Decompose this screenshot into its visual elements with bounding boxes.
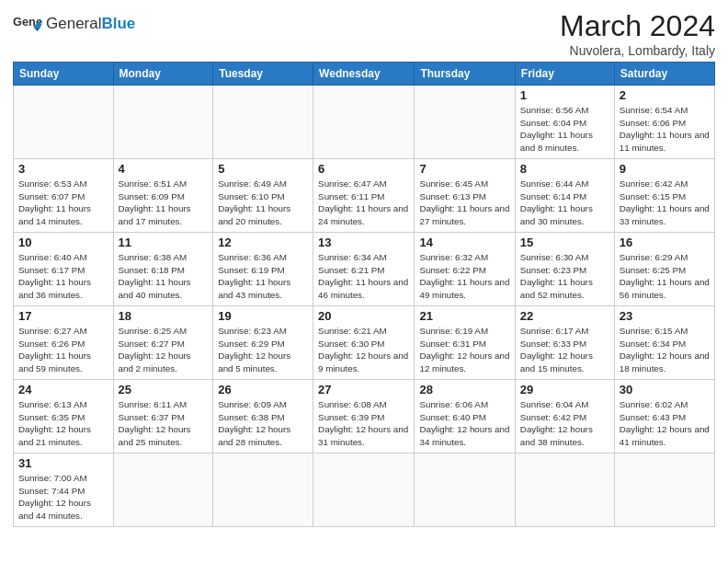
week-row-0: 1Sunrise: 6:56 AM Sunset: 6:04 PM Daylig… bbox=[14, 86, 715, 159]
header: General GeneralBlue March 2024 Nuvolera,… bbox=[13, 9, 715, 58]
day-info: Sunrise: 6:02 AM Sunset: 6:43 PM Dayligh… bbox=[620, 398, 710, 449]
day-info: Sunrise: 6:40 AM Sunset: 6:17 PM Dayligh… bbox=[18, 251, 108, 302]
month-year: March 2024 bbox=[560, 9, 715, 43]
day-info: Sunrise: 6:06 AM Sunset: 6:40 PM Dayligh… bbox=[419, 398, 509, 449]
weekday-header-friday: Friday bbox=[515, 63, 614, 86]
calendar-cell bbox=[415, 454, 515, 527]
calendar-cell bbox=[213, 454, 313, 527]
page: General GeneralBlue March 2024 Nuvolera,… bbox=[0, 0, 728, 534]
day-number: 16 bbox=[620, 236, 710, 249]
calendar-cell: 21Sunrise: 6:19 AM Sunset: 6:31 PM Dayli… bbox=[415, 306, 515, 380]
calendar-cell: 23Sunrise: 6:15 AM Sunset: 6:34 PM Dayli… bbox=[614, 306, 714, 380]
calendar: SundayMondayTuesdayWednesdayThursdayFrid… bbox=[13, 62, 715, 527]
day-number: 8 bbox=[520, 162, 609, 176]
calendar-cell bbox=[213, 86, 313, 159]
calendar-cell: 5Sunrise: 6:49 AM Sunset: 6:10 PM Daylig… bbox=[213, 159, 313, 233]
day-info: Sunrise: 6:36 AM Sunset: 6:19 PM Dayligh… bbox=[218, 251, 308, 302]
day-info: Sunrise: 6:08 AM Sunset: 6:39 PM Dayligh… bbox=[318, 398, 409, 449]
day-number: 3 bbox=[18, 162, 108, 176]
calendar-cell: 30Sunrise: 6:02 AM Sunset: 6:43 PM Dayli… bbox=[614, 380, 714, 454]
calendar-cell bbox=[113, 86, 213, 159]
day-number: 9 bbox=[620, 162, 710, 176]
day-info: Sunrise: 6:54 AM Sunset: 6:06 PM Dayligh… bbox=[620, 104, 710, 155]
calendar-cell: 29Sunrise: 6:04 AM Sunset: 6:42 PM Dayli… bbox=[515, 380, 614, 454]
calendar-cell: 13Sunrise: 6:34 AM Sunset: 6:21 PM Dayli… bbox=[313, 233, 415, 306]
day-number: 19 bbox=[218, 309, 308, 323]
calendar-cell bbox=[614, 454, 714, 527]
day-info: Sunrise: 6:23 AM Sunset: 6:29 PM Dayligh… bbox=[218, 325, 308, 375]
day-number: 26 bbox=[218, 383, 308, 396]
calendar-cell: 3Sunrise: 6:53 AM Sunset: 6:07 PM Daylig… bbox=[14, 159, 114, 233]
weekday-header-wednesday: Wednesday bbox=[313, 63, 415, 86]
day-number: 22 bbox=[520, 309, 609, 323]
day-info: Sunrise: 6:45 AM Sunset: 6:13 PM Dayligh… bbox=[419, 178, 509, 228]
day-info: Sunrise: 6:27 AM Sunset: 6:26 PM Dayligh… bbox=[18, 325, 108, 375]
day-info: Sunrise: 6:42 AM Sunset: 6:15 PM Dayligh… bbox=[620, 178, 710, 228]
day-info: Sunrise: 6:25 AM Sunset: 6:27 PM Dayligh… bbox=[119, 325, 209, 375]
calendar-cell: 26Sunrise: 6:09 AM Sunset: 6:38 PM Dayli… bbox=[213, 380, 313, 454]
day-number: 25 bbox=[119, 383, 209, 396]
calendar-cell bbox=[113, 454, 213, 527]
day-info: Sunrise: 6:11 AM Sunset: 6:37 PM Dayligh… bbox=[119, 398, 209, 449]
weekday-header-row: SundayMondayTuesdayWednesdayThursdayFrid… bbox=[14, 63, 715, 86]
day-info: Sunrise: 6:51 AM Sunset: 6:09 PM Dayligh… bbox=[119, 178, 209, 228]
calendar-cell: 10Sunrise: 6:40 AM Sunset: 6:17 PM Dayli… bbox=[14, 233, 114, 306]
weekday-header-monday: Monday bbox=[113, 63, 213, 86]
day-info: Sunrise: 6:13 AM Sunset: 6:35 PM Dayligh… bbox=[18, 398, 108, 449]
week-row-2: 10Sunrise: 6:40 AM Sunset: 6:17 PM Dayli… bbox=[14, 233, 715, 306]
calendar-cell bbox=[14, 86, 114, 159]
day-info: Sunrise: 6:04 AM Sunset: 6:42 PM Dayligh… bbox=[520, 398, 609, 449]
calendar-cell bbox=[313, 86, 415, 159]
day-number: 15 bbox=[520, 236, 609, 249]
day-number: 4 bbox=[119, 162, 209, 176]
calendar-cell: 28Sunrise: 6:06 AM Sunset: 6:40 PM Dayli… bbox=[415, 380, 515, 454]
calendar-cell: 11Sunrise: 6:38 AM Sunset: 6:18 PM Dayli… bbox=[113, 233, 213, 306]
day-info: Sunrise: 6:53 AM Sunset: 6:07 PM Dayligh… bbox=[18, 178, 108, 228]
day-number: 28 bbox=[419, 383, 509, 396]
day-number: 20 bbox=[318, 309, 409, 323]
weekday-header-thursday: Thursday bbox=[415, 63, 515, 86]
calendar-cell bbox=[313, 454, 415, 527]
calendar-cell: 8Sunrise: 6:44 AM Sunset: 6:14 PM Daylig… bbox=[515, 159, 614, 233]
day-info: Sunrise: 6:47 AM Sunset: 6:11 PM Dayligh… bbox=[318, 178, 409, 228]
day-info: Sunrise: 6:17 AM Sunset: 6:33 PM Dayligh… bbox=[520, 325, 609, 375]
calendar-cell: 2Sunrise: 6:54 AM Sunset: 6:06 PM Daylig… bbox=[614, 86, 714, 159]
calendar-cell: 20Sunrise: 6:21 AM Sunset: 6:30 PM Dayli… bbox=[313, 306, 415, 380]
logo-icon: General bbox=[13, 9, 42, 39]
day-number: 23 bbox=[620, 309, 710, 323]
logo: General GeneralBlue bbox=[13, 9, 135, 39]
day-info: Sunrise: 6:56 AM Sunset: 6:04 PM Dayligh… bbox=[520, 104, 609, 155]
day-number: 1 bbox=[520, 88, 609, 102]
svg-marker-2 bbox=[33, 27, 40, 31]
calendar-cell: 12Sunrise: 6:36 AM Sunset: 6:19 PM Dayli… bbox=[213, 233, 313, 306]
day-number: 10 bbox=[18, 236, 108, 249]
day-number: 6 bbox=[318, 162, 409, 176]
day-info: Sunrise: 6:44 AM Sunset: 6:14 PM Dayligh… bbox=[520, 178, 609, 228]
day-number: 30 bbox=[620, 383, 710, 396]
day-number: 24 bbox=[18, 383, 108, 396]
calendar-cell: 9Sunrise: 6:42 AM Sunset: 6:15 PM Daylig… bbox=[614, 159, 714, 233]
calendar-cell: 16Sunrise: 6:29 AM Sunset: 6:25 PM Dayli… bbox=[614, 233, 714, 306]
calendar-cell bbox=[515, 454, 614, 527]
calendar-cell: 27Sunrise: 6:08 AM Sunset: 6:39 PM Dayli… bbox=[313, 380, 415, 454]
day-number: 13 bbox=[318, 236, 409, 249]
day-number: 27 bbox=[318, 383, 409, 396]
day-info: Sunrise: 6:32 AM Sunset: 6:22 PM Dayligh… bbox=[419, 251, 509, 302]
week-row-3: 17Sunrise: 6:27 AM Sunset: 6:26 PM Dayli… bbox=[14, 306, 715, 380]
day-number: 7 bbox=[419, 162, 509, 176]
calendar-cell: 4Sunrise: 6:51 AM Sunset: 6:09 PM Daylig… bbox=[113, 159, 213, 233]
weekday-header-tuesday: Tuesday bbox=[213, 63, 313, 86]
calendar-cell: 15Sunrise: 6:30 AM Sunset: 6:23 PM Dayli… bbox=[515, 233, 614, 306]
calendar-cell: 24Sunrise: 6:13 AM Sunset: 6:35 PM Dayli… bbox=[14, 380, 114, 454]
day-info: Sunrise: 6:09 AM Sunset: 6:38 PM Dayligh… bbox=[218, 398, 308, 449]
day-number: 12 bbox=[218, 236, 308, 249]
week-row-5: 31Sunrise: 7:00 AM Sunset: 7:44 PM Dayli… bbox=[14, 454, 715, 527]
week-row-1: 3Sunrise: 6:53 AM Sunset: 6:07 PM Daylig… bbox=[14, 159, 715, 233]
calendar-cell: 22Sunrise: 6:17 AM Sunset: 6:33 PM Dayli… bbox=[515, 306, 614, 380]
day-number: 31 bbox=[18, 456, 108, 470]
day-number: 5 bbox=[218, 162, 308, 176]
calendar-cell: 14Sunrise: 6:32 AM Sunset: 6:22 PM Dayli… bbox=[415, 233, 515, 306]
logo-text-general: GeneralBlue bbox=[46, 16, 135, 33]
calendar-cell: 25Sunrise: 6:11 AM Sunset: 6:37 PM Dayli… bbox=[113, 380, 213, 454]
week-row-4: 24Sunrise: 6:13 AM Sunset: 6:35 PM Dayli… bbox=[14, 380, 715, 454]
